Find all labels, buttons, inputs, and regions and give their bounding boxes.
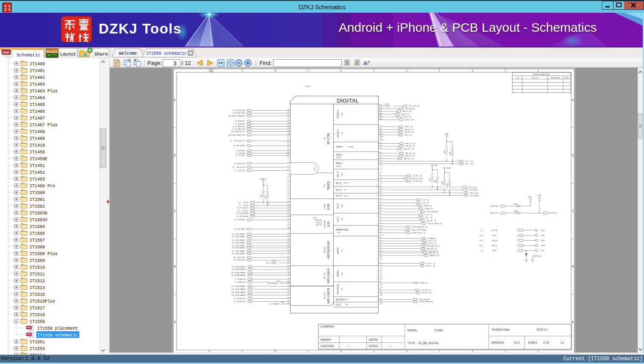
svg-text:M09: M09 <box>287 297 290 299</box>
svg-text:TP306: TP306 <box>528 196 532 198</box>
svg-text:1: 1 <box>538 69 539 72</box>
svg-text:[11]: [11] <box>413 153 415 154</box>
svg-text:M01: M01 <box>287 136 290 138</box>
svg-text:[10]: [10] <box>412 148 414 150</box>
svg-text:L13: L13 <box>287 133 290 135</box>
svg-text:IIS_SCL: IIS_SCL <box>243 202 249 203</box>
svg-text:[6]: [6] <box>235 278 236 280</box>
svg-text:W38: W38 <box>287 144 290 146</box>
svg-text:IT1516Plus: IT1516Plus <box>30 299 55 304</box>
svg-text:[7]: [7] <box>438 245 440 247</box>
svg-text:IT1505: IT1505 <box>30 225 45 229</box>
svg-text:AB17: AB17 <box>379 228 382 230</box>
svg-text:U26: U26 <box>379 142 382 144</box>
svg-text:[8]: [8] <box>435 240 437 242</box>
svg-text:N35: N35 <box>287 209 290 211</box>
svg-text:SIM0_DA: SIM0_DA <box>405 145 412 147</box>
svg-text:B17: B17 <box>380 284 382 286</box>
svg-text:IT1402: IT1402 <box>30 75 45 80</box>
svg-text:T26: T26 <box>379 219 381 221</box>
svg-text:2015-9-1: 2015-9-1 <box>536 328 548 331</box>
svg-text:[10]: [10] <box>420 175 422 177</box>
svg-text:3: 3 <box>406 69 407 72</box>
svg-text:IT1550: IT1550 <box>434 329 443 332</box>
svg-text:IT1509: IT1509 <box>30 258 45 263</box>
svg-text:G03: G03 <box>379 242 382 244</box>
svg-text:(V3D_2): (V3D_2) <box>344 195 348 197</box>
svg-text:W_XTAL_V868: W_XTAL_V868 <box>236 110 245 111</box>
svg-text:AC15: AC15 <box>379 225 382 227</box>
svg-text:[10]: [10] <box>436 211 438 213</box>
svg-text:GPS_LNA_EN: GPS_LNA_EN <box>236 145 246 147</box>
svg-text:R00: R00 <box>287 215 290 217</box>
svg-text:EXTINT: EXTINT <box>336 298 345 301</box>
svg-text:W_SCL: W_SCL <box>429 243 434 245</box>
svg-text:[9]: [9] <box>476 189 478 191</box>
svg-text:[2]: [2] <box>235 123 237 125</box>
svg-text:[13]: [13] <box>232 295 234 296</box>
svg-text:B18: B18 <box>380 258 382 260</box>
svg-text:T31: T31 <box>287 291 290 292</box>
svg-text:SSD_D0: SSD_D0 <box>403 111 408 112</box>
svg-text:R309: R309 <box>442 181 443 184</box>
svg-text:[11]: [11] <box>409 111 412 112</box>
svg-text:MCSIA_DATA1P0: MCSIA_DATA1P0 <box>235 266 246 268</box>
svg-text:[10]: [10] <box>420 181 422 182</box>
svg-text:PDF: PDF <box>27 326 31 329</box>
svg-text:C30: C30 <box>287 239 290 240</box>
svg-text:KEYCOL0: KEYCOL0 <box>421 289 428 291</box>
svg-text:C05: C05 <box>379 239 382 241</box>
svg-text:V600: V600 <box>445 133 448 135</box>
svg-text:TP306: TP306 <box>541 250 545 252</box>
svg-text:6: 6 <box>209 69 210 72</box>
svg-text:C26: C26 <box>379 201 382 203</box>
svg-text:[13]: [13] <box>237 207 239 209</box>
svg-text:LSCL_SDA: LSCL_SDA <box>470 195 477 197</box>
svg-text:[8]: [8] <box>433 263 435 264</box>
svg-text:IT1513: IT1513 <box>30 286 45 290</box>
svg-text:SIM 2: SIM 2 <box>336 161 343 164</box>
svg-text:MCSIB_DATA1P0: MCSIB_DATA1P0 <box>235 286 246 287</box>
svg-text:C24: C24 <box>379 254 382 256</box>
svg-text:[14]: [14] <box>232 272 234 274</box>
svg-text:IT1550 schematic: IT1550 schematic <box>37 333 78 338</box>
svg-text:[10]: [10] <box>232 236 234 238</box>
svg-text:CCIR_PWDN1: CCIR_PWDN1 <box>239 216 248 217</box>
svg-text:MCSIA_DATA2P0: MCSIA_DATA2P0 <box>235 272 246 274</box>
svg-text:[9]: [9] <box>431 214 432 216</box>
svg-text:IT1400: IT1400 <box>30 62 45 67</box>
svg-text:E: E <box>572 98 574 101</box>
svg-text:A: A <box>572 320 574 323</box>
svg-text:SSD_D3: SSD_D3 <box>405 119 411 121</box>
svg-text:R308: R308 <box>434 180 436 183</box>
svg-text:[14]: [14] <box>232 250 234 252</box>
svg-text:VSD200: VSD200 <box>446 167 451 169</box>
svg-text:SDIO 1: SDIO 1 <box>336 129 339 138</box>
svg-text:MEMS MIC: MEMS MIC <box>336 228 349 231</box>
svg-text:AC26: AC26 <box>379 104 382 106</box>
svg-text:T08: T08 <box>287 125 290 127</box>
svg-text:C: C <box>174 209 176 212</box>
svg-text:IT1518: IT1518 <box>30 313 45 317</box>
svg-text:W_SPSDA: W_SPSDA <box>238 153 245 154</box>
svg-text:V39: V39 <box>287 221 290 223</box>
svg-text:4: 4 <box>340 69 342 72</box>
svg-text:U55_A: U55_A <box>305 86 310 87</box>
svg-text:[11]: [11] <box>412 158 414 160</box>
svg-text:3 OF: 3 OF <box>543 341 550 344</box>
svg-text:E18: E18 <box>380 303 382 304</box>
svg-text:[11]: [11] <box>409 116 412 118</box>
svg-text:IT1516: IT1516 <box>30 292 45 297</box>
svg-text:MDSI_CLKN: MDSI_CLKN <box>237 259 245 261</box>
svg-text:AB27: AB27 <box>379 110 382 111</box>
svg-text:SPI084_CHG_IN: SPI084_CHG_IN <box>412 232 423 234</box>
svg-text:CCIR_MCLK: CCIR_MCLK <box>240 207 249 209</box>
svg-text:C04: C04 <box>379 264 382 266</box>
svg-text:SD04: SD04 <box>465 163 469 165</box>
svg-text:MDSI_DATA0P: MDSI_DATA0P <box>236 233 245 235</box>
svg-text:T14: T14 <box>287 285 290 286</box>
svg-text:[4,13]: [4,13] <box>479 245 483 247</box>
svg-text:AC17: AC17 <box>379 231 382 233</box>
svg-text:GPIO49_PA_CTL2: GPIO49_PA_CTL2 <box>234 140 245 142</box>
svg-text:U55_E: U55_E <box>314 166 316 171</box>
